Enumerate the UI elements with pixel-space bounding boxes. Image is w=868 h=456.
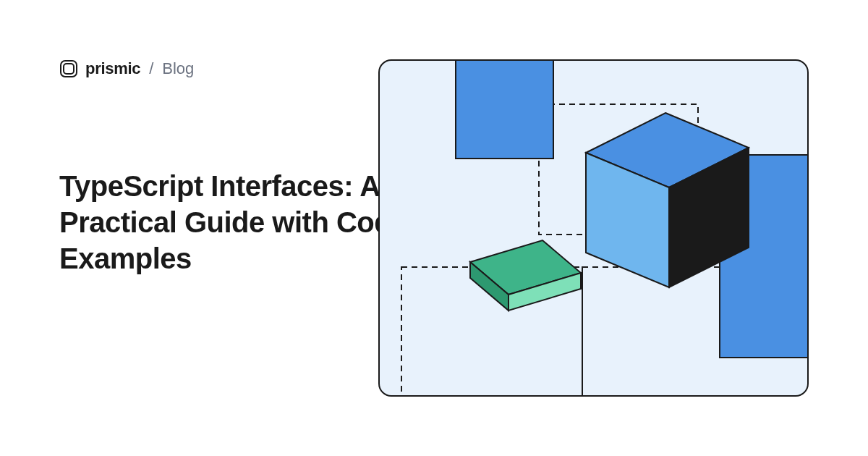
breadcrumb: prismic / Blog (59, 59, 194, 78)
svg-rect-5 (456, 61, 553, 159)
svg-rect-1 (64, 64, 74, 74)
page-title: TypeScript Interfaces: A Practical Guide… (59, 168, 421, 276)
hero-illustration (378, 59, 809, 397)
brand-name: prismic (85, 59, 140, 78)
breadcrumb-separator: / (149, 59, 153, 78)
prismic-logo-icon (59, 59, 78, 78)
section-name: Blog (162, 59, 194, 78)
